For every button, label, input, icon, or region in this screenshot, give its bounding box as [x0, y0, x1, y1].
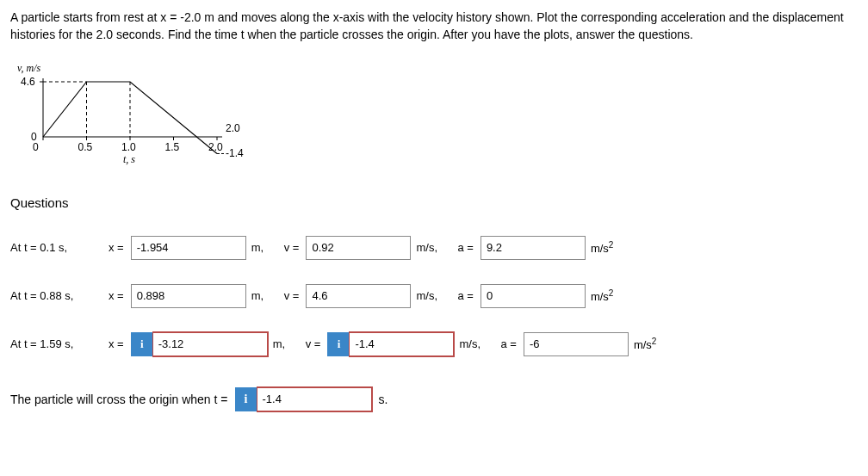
- var-label: a =: [457, 288, 473, 305]
- time-label: At t = 0.1 s,: [10, 240, 102, 257]
- problem-statement: A particle starts from rest at x = -2.0 …: [10, 9, 854, 44]
- svg-text:4.6: 4.6: [21, 76, 35, 88]
- input-group: 0.92: [306, 236, 411, 260]
- unit-label: m/s2: [591, 287, 629, 306]
- question-row: At t = 1.59 s,x =i-3.12m,v =i-1.4m/s,a =…: [10, 332, 858, 356]
- unit-label: m/s2: [591, 239, 629, 257]
- cross-input-group: i -1.4: [235, 387, 372, 411]
- velocity-chart: 4.600.51.01.52.00v, m/st, s2.0-1.4: [10, 58, 251, 170]
- questions-container: At t = 0.1 s,x =-1.954m,v =0.92m/s,a =9.…: [10, 236, 858, 356]
- svg-text:v, m/s: v, m/s: [17, 62, 40, 74]
- a-input[interactable]: -6: [524, 332, 629, 356]
- unit-label: m,: [273, 337, 299, 353]
- input-group: 9.2: [480, 236, 586, 260]
- section-title: Questions: [10, 194, 858, 213]
- v-input[interactable]: 4.6: [306, 284, 411, 308]
- origin-cross-row: The particle will cross the origin when …: [10, 387, 858, 411]
- input-group: -1.954: [131, 236, 246, 260]
- var-label: v =: [284, 288, 300, 305]
- var-label: x =: [108, 288, 124, 305]
- var-label: v =: [306, 337, 321, 353]
- info-icon: i: [131, 332, 153, 356]
- input-group: 4.6: [306, 284, 411, 308]
- question-row: At t = 0.1 s,x =-1.954m,v =0.92m/s,a =9.…: [10, 236, 858, 260]
- input-group: 0: [480, 284, 586, 308]
- x-input[interactable]: -3.12: [153, 332, 268, 356]
- unit-label: m/s,: [416, 288, 450, 305]
- var-label: v =: [284, 240, 300, 257]
- unit-label: m,: [251, 240, 277, 257]
- svg-text:2.0: 2.0: [226, 122, 240, 134]
- time-label: At t = 1.59 s,: [10, 337, 102, 353]
- x-input[interactable]: 0.898: [131, 284, 246, 308]
- chart-svg: 4.600.51.01.52.00v, m/st, s2.0-1.4: [10, 58, 251, 170]
- cross-time-input[interactable]: -1.4: [257, 387, 372, 411]
- svg-text:-1.4: -1.4: [226, 147, 244, 159]
- info-icon: i: [327, 332, 350, 356]
- input-group: 0.898: [131, 284, 246, 308]
- input-group: i-3.12: [131, 332, 268, 356]
- var-label: x =: [108, 337, 124, 353]
- time-label: At t = 0.88 s,: [10, 288, 102, 305]
- var-label: x =: [108, 240, 124, 257]
- question-row: At t = 0.88 s,x =0.898m,v =4.6m/s,a =0m/…: [10, 284, 858, 308]
- svg-text:2.0: 2.0: [208, 141, 223, 153]
- unit-label: m/s,: [416, 240, 450, 257]
- svg-text:0.5: 0.5: [78, 141, 93, 153]
- info-icon: i: [235, 387, 257, 411]
- svg-text:t, s: t, s: [123, 153, 135, 165]
- problem-text: A particle starts from rest at x = -2.0 …: [10, 10, 844, 41]
- v-input[interactable]: -1.4: [350, 332, 454, 356]
- unit-label: m/s,: [459, 337, 493, 353]
- v-input[interactable]: 0.92: [306, 236, 411, 260]
- cross-unit: s.: [379, 391, 388, 408]
- x-input[interactable]: -1.954: [131, 236, 246, 260]
- svg-text:1.0: 1.0: [121, 141, 136, 153]
- a-input[interactable]: 9.2: [480, 236, 586, 260]
- input-group: i-1.4: [327, 332, 454, 356]
- input-group: -6: [524, 332, 629, 356]
- unit-label: m/s2: [634, 336, 672, 354]
- svg-text:1.5: 1.5: [165, 141, 180, 153]
- unit-label: m,: [251, 288, 277, 305]
- svg-text:0: 0: [33, 141, 39, 153]
- var-label: a =: [500, 337, 516, 353]
- cross-label: The particle will cross the origin when …: [10, 391, 228, 408]
- a-input[interactable]: 0: [480, 284, 586, 308]
- var-label: a =: [457, 240, 473, 257]
